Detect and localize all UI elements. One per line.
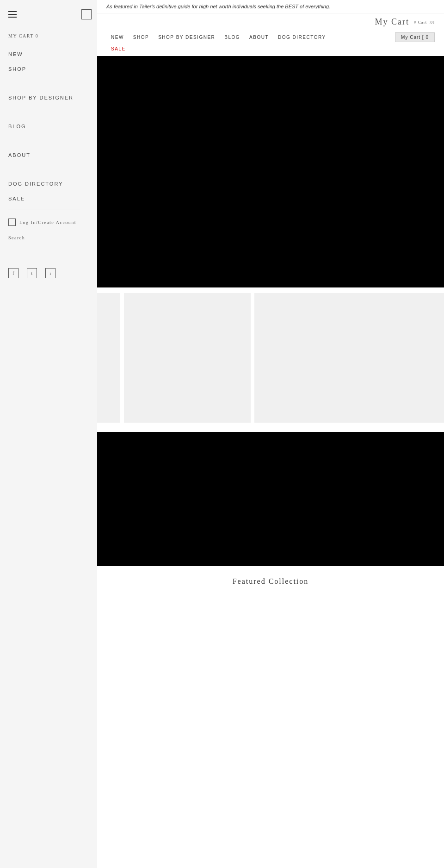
- sidebar-item-new[interactable]: NEW: [8, 47, 97, 62]
- main-content: As featured in Tailer's definitive guide…: [97, 0, 444, 766]
- nav-shop-by-designer[interactable]: SHOP BY DESIGNER: [154, 33, 220, 42]
- cart-icon[interactable]: [81, 9, 92, 19]
- bottom-space: [97, 590, 444, 766]
- social-links: f t i: [8, 259, 97, 278]
- header-top-row: My Cart # Cart [0]: [97, 13, 444, 27]
- sidebar-item-shop[interactable]: SHOP: [8, 62, 97, 76]
- nav-shop[interactable]: SHOP: [129, 33, 154, 42]
- product-thumb-2[interactable]: [124, 293, 251, 423]
- account-cart-label[interactable]: # Cart [0]: [414, 20, 435, 25]
- account-icon: [8, 219, 16, 226]
- instagram-icon[interactable]: i: [45, 268, 56, 278]
- search-label: Search: [8, 235, 25, 240]
- login-button[interactable]: Log In/Create Account: [8, 214, 97, 231]
- sidebar: MY CART 0 NEW SHOP SHOP BY DESIGNER BLOG…: [0, 0, 97, 868]
- sidebar-cart-label[interactable]: MY CART 0: [8, 33, 97, 38]
- nav-dog-directory[interactable]: DOG DIRECTORY: [273, 33, 331, 42]
- sidebar-item-blog[interactable]: BLOG: [8, 119, 97, 134]
- product-grid: [97, 287, 444, 428]
- hero-image: [97, 56, 444, 287]
- my-cart-button[interactable]: My Cart [ 0: [395, 32, 435, 42]
- site-logo: My Cart: [375, 17, 410, 27]
- search-button[interactable]: Search: [8, 231, 97, 245]
- product-thumb-3[interactable]: [254, 293, 444, 423]
- nav-new[interactable]: NEW: [106, 33, 129, 42]
- sidebar-item-dog-directory[interactable]: DOG DIRECTORY: [8, 176, 97, 191]
- hero-image-2: [97, 432, 444, 566]
- header-right: My Cart [ 0: [395, 32, 435, 42]
- top-banner: As featured in Tailer's definitive guide…: [97, 0, 444, 13]
- login-label: Log In/Create Account: [19, 220, 76, 225]
- featured-collection-title: Featured Collection: [97, 566, 444, 590]
- sidebar-item-about[interactable]: ABOUT: [8, 148, 97, 162]
- product-thumb-1[interactable]: [97, 293, 120, 423]
- header-nav: NEW SHOP SHOP BY DESIGNER BLOG ABOUT DOG…: [97, 27, 444, 42]
- sidebar-divider: [8, 210, 80, 210]
- facebook-icon[interactable]: f: [8, 268, 18, 278]
- nav-about[interactable]: ABOUT: [245, 33, 273, 42]
- hamburger-icon[interactable]: [8, 11, 17, 18]
- sidebar-item-shop-by-designer[interactable]: SHOP BY DESIGNER: [8, 90, 97, 105]
- nav-blog[interactable]: BLOG: [220, 33, 245, 42]
- nav-row2: SALE: [97, 42, 444, 56]
- sidebar-item-sale[interactable]: SALE: [8, 191, 97, 206]
- nav-sale[interactable]: SALE: [106, 44, 130, 53]
- sidebar-top-bar: [8, 9, 97, 19]
- twitter-icon[interactable]: t: [27, 268, 37, 278]
- banner-text: As featured in Tailer's definitive guide…: [106, 4, 330, 9]
- nav-links: NEW SHOP SHOP BY DESIGNER BLOG ABOUT DOG…: [106, 33, 331, 42]
